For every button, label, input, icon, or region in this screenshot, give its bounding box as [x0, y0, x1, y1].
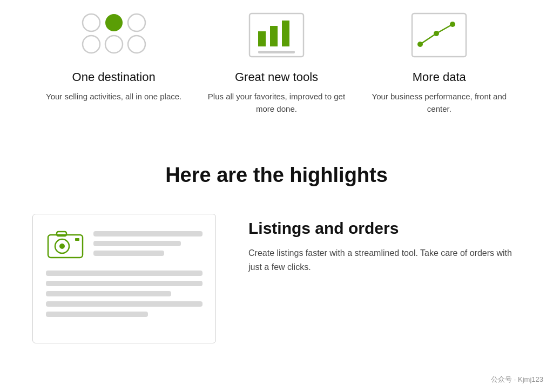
great-new-tools-desc: Plus all your favorites, improved to get…	[201, 91, 352, 115]
text-lines-right	[93, 231, 203, 256]
svg-rect-9	[282, 21, 289, 46]
highlight-image-top	[46, 227, 203, 260]
feature-one-destination: One destination Your selling activities,…	[38, 11, 190, 103]
highlight-image-box	[32, 214, 216, 343]
listings-orders-desc: Create listings faster with a streamline…	[248, 246, 521, 274]
one-destination-icon-area	[71, 11, 157, 59]
great-new-tools-icon-area	[233, 11, 320, 59]
listings-orders-title: Listings and orders	[248, 219, 521, 238]
svg-point-0	[83, 14, 100, 31]
more-data-title: More data	[413, 70, 466, 84]
svg-rect-11	[412, 13, 466, 57]
one-destination-title: One destination	[72, 70, 156, 84]
text-line-b3	[46, 291, 171, 296]
svg-point-2	[128, 14, 145, 31]
great-new-tools-title: Great new tools	[235, 70, 318, 84]
svg-rect-18	[57, 232, 66, 236]
features-row: One destination Your selling activities,…	[0, 0, 553, 137]
svg-rect-19	[75, 238, 79, 241]
svg-point-5	[128, 36, 145, 53]
highlights-section: Here are the highlights	[0, 137, 553, 387]
text-line-3	[93, 251, 164, 256]
text-lines-bottom	[46, 271, 203, 317]
svg-point-14	[450, 22, 455, 27]
more-data-desc: Your business performance, front and cen…	[363, 91, 515, 115]
feature-great-new-tools: Great new tools Plus all your favorites,…	[201, 11, 352, 115]
page-wrapper: One destination Your selling activities,…	[0, 0, 553, 392]
one-destination-desc: Your selling activities, all in one plac…	[46, 91, 181, 103]
more-data-icon-area	[396, 11, 482, 59]
text-line-b1	[46, 271, 203, 276]
text-line-1	[93, 231, 203, 236]
line-chart-icon	[396, 11, 482, 59]
text-line-2	[93, 241, 181, 246]
svg-point-12	[417, 42, 423, 47]
svg-point-1	[105, 14, 123, 31]
highlight-content: Listings and orders Create listings fast…	[248, 214, 521, 274]
dots-grid-icon	[71, 11, 157, 59]
text-line-b5	[46, 312, 148, 317]
bar-chart-doc-icon	[233, 11, 320, 59]
feature-more-data: More data Your business performance, fro…	[363, 11, 515, 115]
highlight-listings-orders: Listings and orders Create listings fast…	[32, 214, 521, 343]
highlights-title: Here are the highlights	[32, 164, 521, 187]
svg-rect-10	[258, 51, 295, 53]
camera-icon	[46, 227, 85, 260]
svg-point-3	[83, 36, 100, 53]
svg-rect-7	[258, 31, 266, 46]
svg-point-13	[434, 31, 439, 36]
svg-point-4	[105, 36, 123, 53]
svg-point-17	[59, 244, 65, 249]
text-line-b4	[46, 301, 203, 307]
svg-rect-8	[270, 26, 278, 46]
text-line-b2	[46, 281, 203, 286]
